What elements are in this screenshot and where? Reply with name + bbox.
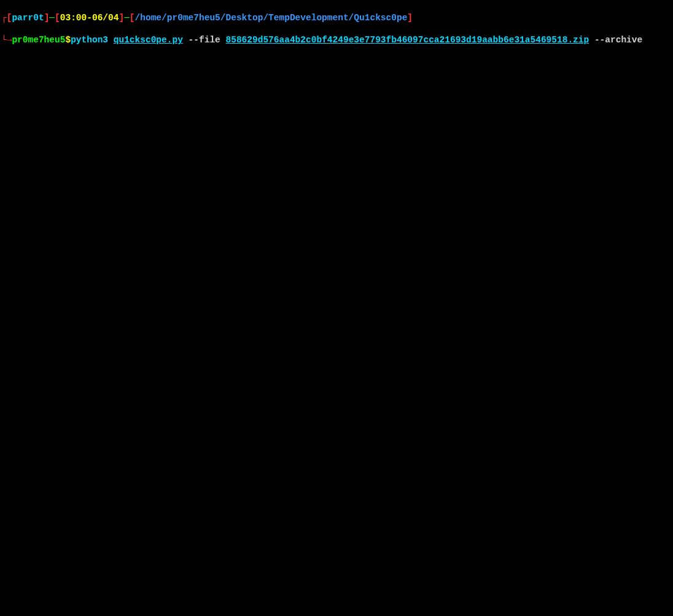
prompt-timestamp: 03:00-06/04	[60, 13, 119, 23]
prompt-dash: ─	[49, 13, 55, 23]
prompt-hostname: parr0t	[12, 13, 44, 23]
command-flag-archive: --archive	[589, 35, 642, 45]
prompt-bracket: ]	[407, 13, 413, 23]
prompt-line-2: └→pr0me7heu5$python3 qu1cksc0pe.py --fil…	[1, 34, 673, 45]
command-script: qu1cksc0pe.py	[114, 35, 183, 45]
prompt-corner-bottom: └→	[1, 35, 12, 45]
command-python: python3	[71, 35, 114, 45]
command-flag-file: --file	[183, 35, 226, 45]
prompt-corner-top: ┌	[1, 13, 7, 23]
prompt-username: pr0me7heu5	[12, 35, 65, 45]
prompt-cwd: /home/pr0me7heu5/Desktop/TempDevelopment…	[135, 13, 408, 23]
prompt-dollar: $	[65, 35, 71, 45]
command-filename: 858629d576aa4b2c0bf4249e3e7793fb46097cca…	[226, 35, 589, 45]
terminal-output[interactable]: ┌[parr0t]─[03:00-06/04]─[/home/pr0me7heu…	[0, 1, 673, 57]
prompt-bracket: [	[55, 13, 60, 23]
prompt-bracket: [	[130, 13, 135, 23]
prompt-dash: ─	[124, 13, 130, 23]
prompt-bracket: ]	[119, 13, 124, 23]
prompt-line-1: ┌[parr0t]─[03:00-06/04]─[/home/pr0me7heu…	[1, 12, 673, 23]
